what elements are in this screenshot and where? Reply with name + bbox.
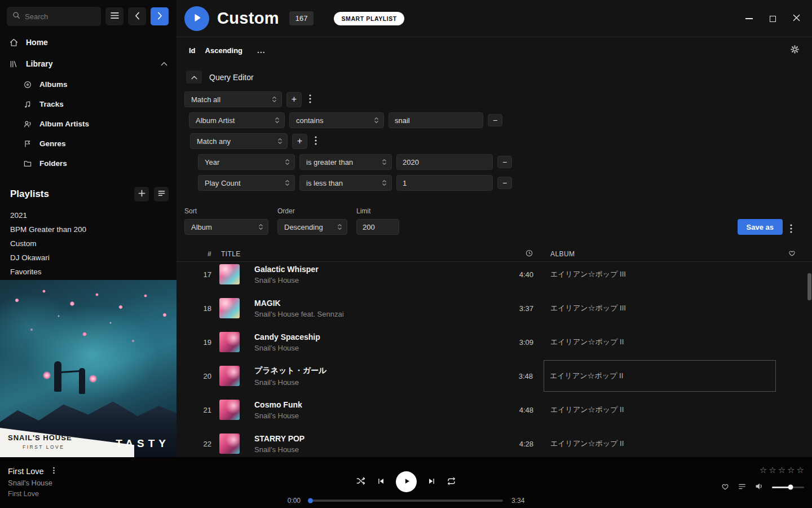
track-row[interactable]: 20 プラネット・ガール Snail's House 3:48 エイリアン☆ポッ… [176,359,807,393]
track-row[interactable]: 18 MAGIK Snail's House feat. Sennzai 3:3… [176,291,807,325]
collapse-button[interactable] [186,71,202,84]
search-box[interactable] [7,7,101,26]
star-icon[interactable]: ☆ [769,465,776,475]
app-window: Home Library Albums Tracks Album Artists [0,0,812,508]
sort-field-button[interactable]: Id [189,46,196,55]
limit-group: Limit [356,207,399,235]
track-album[interactable]: エイリアン☆ポップ II [550,405,776,415]
sidebar-item-library[interactable]: Library [0,53,176,75]
group-menu-button[interactable] [312,136,320,147]
settings-button[interactable] [790,45,800,56]
track-album-focused[interactable]: エイリアン☆ポップ II [544,360,776,392]
group-match-mode-select[interactable]: Match any [190,133,288,149]
add-group-rule-button[interactable]: + [292,134,307,149]
subrule-operator-select[interactable]: is less than [299,175,392,191]
playlist-item[interactable]: BPM Greater than 200 [0,222,176,237]
subrule-field-select[interactable]: Year [198,154,295,170]
rule-field-select[interactable]: Album Artist [189,112,285,128]
now-playing-menu-button[interactable] [50,467,58,476]
nav-forward-button[interactable] [151,7,169,25]
scrollbar-thumb[interactable] [807,273,811,300]
chevron-up-icon[interactable] [161,62,167,66]
seek-bar[interactable] [309,500,503,502]
playlist-item[interactable]: Favorites [0,265,176,279]
sidebar-item-home[interactable]: Home [0,32,176,53]
track-album[interactable]: エイリアン☆ポップ III [550,269,776,279]
subrule-operator-select[interactable]: is greater than [299,154,392,170]
track-album[interactable]: エイリアン☆ポップ III [550,303,776,313]
star-icon[interactable]: ☆ [760,465,767,475]
sort-select[interactable]: Album [184,219,268,235]
add-rule-button[interactable]: + [286,92,302,107]
subrule-value-input[interactable] [396,154,493,170]
track-row[interactable]: 17 Galactic Whisper Snail's House 4:40 エ… [176,262,807,291]
star-icon[interactable]: ☆ [787,465,795,475]
more-options-button[interactable]: ... [257,46,266,55]
sort-label: Sort [184,207,268,215]
select-value: Match any [197,137,231,146]
track-artwork [219,264,240,284]
play-pause-button[interactable] [396,471,417,492]
playlist-item[interactable]: Custom [0,237,176,251]
remove-subrule-button[interactable]: − [497,177,512,189]
match-mode-select[interactable]: Match all [184,91,282,107]
track-row[interactable]: 21 Cosmo Funk Snail's House 4:48 エイリアン☆ポ… [176,393,807,427]
sidebar-item-albums[interactable]: Albums [0,75,176,94]
volume-handle[interactable] [788,485,793,490]
column-favorite[interactable] [776,249,807,259]
track-album[interactable]: エイリアン☆ポップ II [550,337,776,347]
volume-button[interactable] [754,481,764,493]
add-playlist-button[interactable] [134,187,149,202]
menu-button[interactable] [105,7,123,25]
playlist-item[interactable]: 2021 [0,208,176,222]
gear-icon [790,45,800,56]
column-number[interactable]: # [176,250,219,258]
track-row[interactable]: 19 Candy Spaceship Snail's House 3:09 エイ… [176,325,807,359]
playlist-list-button[interactable] [154,187,169,202]
now-playing-artwork[interactable]: SNAIL'S HOUSE FIRST LOVE TASTY [0,280,176,457]
remove-rule-button[interactable]: − [488,114,502,126]
minimize-icon [745,18,753,19]
playlists-header: Playlists [0,173,176,208]
player-right-controls: ☆ ☆ ☆ ☆ ☆ [721,465,804,493]
repeat-button[interactable] [447,476,456,488]
favorite-button[interactable] [721,482,730,493]
sort-direction-button[interactable]: Ascending [205,46,242,55]
sidebar-item-tracks[interactable]: Tracks [0,94,176,114]
sidebar-item-genres[interactable]: Genres [0,134,176,154]
query-root-row: Match all + [176,91,812,107]
playlist-item[interactable]: DJ Okawari [0,251,176,265]
subrule-field-select[interactable]: Play Count [198,175,295,191]
nav-back-button[interactable] [128,7,146,25]
sidebar-item-folders[interactable]: Folders [0,154,176,173]
track-list: 17 Galactic Whisper Snail's House 4:40 エ… [176,262,812,457]
queue-button[interactable] [738,482,747,493]
next-track-button[interactable] [427,477,436,487]
save-menu-button[interactable] [787,224,795,235]
shuffle-button[interactable] [356,476,366,488]
remove-subrule-button[interactable]: − [497,156,512,168]
play-playlist-button[interactable] [184,6,209,31]
star-icon[interactable]: ☆ [778,465,785,475]
limit-input[interactable] [356,219,399,235]
column-title[interactable]: TITLE [219,250,500,258]
save-as-button[interactable]: Save as [738,219,783,235]
minimize-button[interactable] [744,14,753,23]
sidebar-item-album-artists[interactable]: Album Artists [0,114,176,134]
column-duration[interactable] [500,249,533,259]
track-row[interactable]: 22 STARRY POP Snail's House 4:28 エイリアン☆ポ… [176,427,807,457]
order-select[interactable]: Descending [277,219,347,235]
subrule-value-input[interactable] [396,175,493,191]
search-input[interactable] [25,12,95,21]
seek-handle[interactable] [308,498,313,503]
rule-menu-button[interactable] [306,94,314,105]
close-button[interactable] [792,14,801,23]
rule-value-input[interactable] [389,112,483,128]
maximize-button[interactable] [768,14,777,23]
rule-operator-select[interactable]: contains [289,112,384,128]
volume-slider[interactable] [772,487,804,488]
column-album[interactable]: ALBUM [550,250,776,258]
star-icon[interactable]: ☆ [797,465,804,475]
previous-track-button[interactable] [377,477,385,487]
track-album[interactable]: エイリアン☆ポップ II [550,439,776,449]
